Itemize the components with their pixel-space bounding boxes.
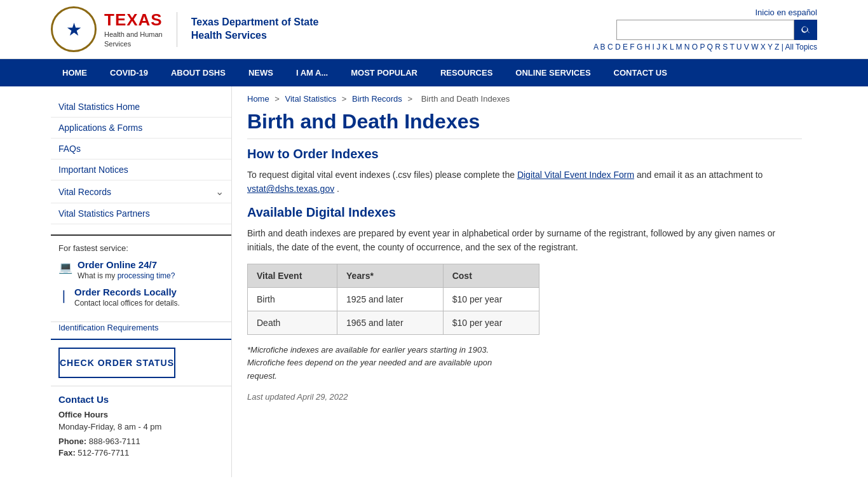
page-title: Birth and Death Indexes: [247, 110, 802, 139]
contact-title: Contact Us: [58, 394, 224, 405]
table-cell-birth-event: Birth: [248, 287, 337, 311]
table-cell-death-years: 1965 and later: [337, 311, 444, 334]
nav-resources[interactable]: RESOURCES: [429, 59, 504, 86]
table-header-cost: Cost: [443, 264, 539, 287]
sidebar-item-important-notices[interactable]: Important Notices: [51, 159, 231, 180]
dshs-title: Texas Department of State Health Service…: [191, 16, 319, 43]
sidebar-item-vital-statistics-home[interactable]: Vital Statistics Home: [51, 97, 231, 118]
chevron-down-icon: ⌄: [215, 186, 224, 198]
sidebar-item-applications-forms[interactable]: Applications & Forms: [51, 118, 231, 139]
laptop-icon: 💻: [58, 261, 72, 274]
search-icon: [801, 25, 811, 35]
sidebar-item-vital-records[interactable]: Vital Records ⌄: [51, 180, 231, 203]
nav-contact-us[interactable]: CONTACT US: [602, 59, 679, 86]
fax-line: Fax: 512-776-7711: [58, 448, 224, 458]
breadcrumb-birth-records[interactable]: Birth Records: [352, 94, 402, 104]
sidebar-item-vital-statistics-partners[interactable]: Vital Statistics Partners: [51, 203, 231, 224]
nav-home[interactable]: HOME: [51, 59, 98, 86]
table-cell-death-cost: $10 per year: [443, 311, 539, 334]
location-pin-icon: ❘: [58, 288, 69, 303]
id-requirements-section: Identification Requirements: [51, 322, 231, 339]
search-input[interactable]: [616, 20, 794, 40]
order-online-text: Order Online 24/7 What is my processing …: [78, 259, 175, 280]
sidebar-service-box: For fastest service: 💻 Order Online 24/7…: [51, 234, 231, 322]
dshs-line1: Texas Department of State: [191, 16, 319, 29]
table-header-years: Years*: [337, 264, 444, 287]
available-heading: Available Digital Indexes: [247, 205, 802, 220]
phone-label: Phone:: [58, 437, 86, 446]
how-to-order-para: To request digital vital event indexes (…: [247, 168, 802, 196]
how-to-order-text2: and email it as an attachment to: [637, 170, 763, 180]
office-hours-value: Monday-Friday, 8 am - 4 pm: [58, 422, 224, 431]
texas-label: TEXAS: [104, 10, 163, 30]
service-label: For fastest service:: [58, 243, 224, 253]
table-cell-birth-cost: $10 per year: [443, 287, 539, 311]
contact-box: Contact Us Office Hours Monday-Friday, 8…: [51, 386, 231, 467]
sidebar-item-faqs[interactable]: FAQs: [51, 139, 231, 159]
breadcrumb-home[interactable]: Home: [247, 94, 269, 104]
hhs-line1: Health and Human: [104, 30, 163, 39]
available-para: Birth and death indexes are prepared by …: [247, 226, 802, 255]
star-icon: ★: [66, 19, 82, 40]
how-to-order-heading: How to Order Indexes: [247, 147, 802, 161]
order-local-link[interactable]: Order Records Locally: [74, 287, 177, 297]
breadcrumb-vital-statistics[interactable]: Vital Statistics: [285, 94, 337, 104]
email-link[interactable]: vstat@dshs.texas.gov: [247, 184, 334, 194]
order-local-text: Order Records Locally Contact local offi…: [74, 287, 180, 308]
nav-about-dshs[interactable]: ABOUT DSHS: [159, 59, 237, 86]
order-online-item: 💻 Order Online 24/7 What is my processin…: [58, 259, 224, 280]
office-hours-label: Office Hours: [58, 410, 224, 419]
nav-most-popular[interactable]: MOST POPULAR: [339, 59, 429, 86]
fax-value: 512-776-7711: [78, 448, 129, 458]
logo-divider: [177, 12, 177, 47]
order-local-item: ❘ Order Records Locally Contact local of…: [58, 287, 224, 308]
index-table: Vital Event Years* Cost Birth 1925 and l…: [247, 264, 539, 335]
logo-area: ★ TEXAS Health and Human Services Texas …: [51, 6, 318, 52]
phone-line: Phone: 888-963-7111: [58, 437, 224, 446]
logo-emblem: ★: [51, 6, 97, 52]
table-row-birth: Birth 1925 and later $10 per year: [248, 287, 539, 311]
breadcrumb-current: Birth and Death Indexes: [421, 94, 510, 104]
alpha-navigation: A B C D E F G H I J K L M N O P Q R S T …: [593, 43, 817, 51]
main-content: Home > Vital Statistics > Birth Records …: [232, 86, 817, 477]
nav-news[interactable]: NEWS: [237, 59, 285, 86]
breadcrumb-sep3: >: [407, 94, 414, 104]
content-area: Vital Statistics Home Applications & For…: [0, 86, 868, 477]
phone-value: 888-963-7111: [89, 437, 140, 446]
search-bar: [616, 20, 817, 40]
last-updated: Last updated April 29, 2022: [247, 392, 802, 402]
id-requirements-link[interactable]: Identification Requirements: [58, 323, 159, 332]
header-right: Inicio en español A B C D E F G H I J K …: [593, 8, 817, 51]
check-order-status-button[interactable]: CHECK ORDER STATUS: [58, 348, 175, 378]
sidebar-vital-records-label: Vital Records: [58, 187, 111, 197]
site-header: ★ TEXAS Health and Human Services Texas …: [0, 0, 868, 59]
order-local-sub: Contact local offices for details.: [74, 299, 180, 308]
breadcrumb-sep1: >: [275, 94, 281, 104]
hhs-line2: Services: [104, 39, 163, 48]
fax-label: Fax:: [58, 448, 76, 458]
microfiche-note: *Microfiche indexes are available for ea…: [247, 344, 514, 383]
digital-form-link[interactable]: Digital Vital Event Index Form: [517, 170, 634, 180]
table-cell-death-event: Death: [248, 311, 337, 334]
order-online-link[interactable]: Order Online 24/7: [78, 259, 157, 270]
nav-i-am-a[interactable]: I AM A...: [285, 59, 339, 86]
logo-text: TEXAS Health and Human Services: [104, 10, 163, 48]
inicio-link[interactable]: Inicio en español: [755, 8, 817, 17]
order-online-sub: What is my: [78, 271, 115, 280]
nav-online-services[interactable]: ONLINE SERVICES: [504, 59, 602, 86]
table-row-death: Death 1965 and later $10 per year: [248, 311, 539, 334]
processing-time-sub: What is my processing time?: [78, 271, 175, 280]
processing-time-link[interactable]: processing time?: [118, 271, 175, 280]
table-header-event: Vital Event: [248, 264, 337, 287]
breadcrumb-sep2: >: [342, 94, 349, 104]
sidebar: Vital Statistics Home Applications & For…: [51, 86, 232, 477]
nav-covid19[interactable]: COVID-19: [98, 59, 159, 86]
dshs-line2: Health Services: [191, 29, 319, 43]
search-button[interactable]: [794, 20, 817, 40]
breadcrumb: Home > Vital Statistics > Birth Records …: [247, 94, 802, 104]
how-to-order-text1: To request digital vital event indexes (…: [247, 170, 515, 180]
main-navigation: HOME COVID-19 ABOUT DSHS NEWS I AM A... …: [0, 59, 868, 86]
table-cell-birth-years: 1925 and later: [337, 287, 444, 311]
